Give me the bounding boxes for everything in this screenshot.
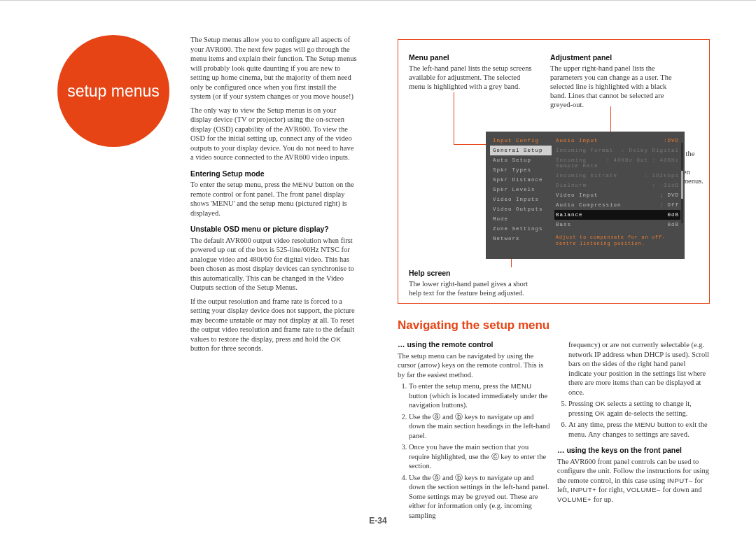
osd-menu-item: Spkr Levels	[490, 185, 552, 195]
osd-setting-row: Incoming bitrate: 192kbps	[554, 171, 680, 181]
nav-remote-p: The setup menu can be navigated by using…	[398, 351, 550, 380]
t: To enter the setup menu, press the	[190, 181, 293, 188]
lower-columns: Navigating the setup menu … using the re…	[398, 321, 710, 330]
callout-help-t: The lower right-hand panel gives a short…	[409, 279, 542, 297]
li3: Once you have the main section that you …	[409, 442, 550, 471]
li1: To enter the setup menu, press the MENU …	[409, 381, 550, 410]
callout-menu-t: The left-hand panel lists the setup scre…	[409, 64, 536, 91]
osd-setting-row: Bass0dB	[554, 220, 680, 230]
callout-adj-h: Adjustment panel	[550, 53, 683, 62]
li4: Use the ⓐ and ⓑ keys to navigate up and …	[409, 473, 550, 521]
heading-unstable: Unstable OSD menu or picture display?	[190, 225, 357, 234]
osd-setting-row: Incoming Sample Rate: 48KHz Out : 48KHz	[554, 155, 680, 171]
unstable-p2: If the output resolution and frame rate …	[190, 297, 357, 353]
leader-line	[454, 92, 454, 144]
osd-menu-item: Input Config	[490, 136, 552, 146]
osd-settings-list: Audio Input:DVDIncoming Format: Dolby Di…	[554, 136, 680, 255]
callout-menu-h: Menu panel	[409, 53, 536, 62]
osd-menu-item: Video Inputs	[490, 195, 552, 204]
osd-menu-item: Spkr Distance	[490, 175, 552, 185]
callout-adj-t: The upper right-hand panel lists the par…	[550, 64, 683, 109]
osd-setting-row: Incoming Format: Dolby Digital	[554, 146, 680, 155]
entering-p1: To enter the setup menu, press the MENU …	[190, 180, 357, 218]
osd-scrollbar	[681, 143, 683, 223]
nav-front-h: … using the keys on the front panel	[557, 446, 710, 456]
osd-menu-item: Mode	[490, 214, 552, 224]
osd-scroll-thumb	[681, 171, 683, 199]
t: If the output resolution and frame rate …	[190, 297, 355, 343]
osd-menu-item: Network	[490, 234, 552, 244]
nav-remote-h: … using the remote control	[398, 340, 550, 350]
title-circle: setup menus	[57, 35, 169, 147]
osd-menu-item: Zone Settings	[490, 224, 552, 234]
osd-menu-item: Video Outputs	[490, 204, 552, 214]
callout-adjustment-panel: Adjustment panel The upper right-hand pa…	[550, 53, 683, 109]
osd-setting-row: Balance0dB	[554, 210, 680, 220]
osd-menu-item: General Setup	[490, 146, 552, 155]
osd-setting-row: Audio Input:DVD	[554, 136, 680, 146]
heading-entering: Entering Setup mode	[190, 169, 357, 179]
osd-menu-list: Input ConfigGeneral SetupAuto SetupSpkr …	[490, 136, 552, 255]
osd-menu-item: Spkr Types	[490, 165, 552, 175]
osd-setting-row: Dialnorm: -31dB	[554, 181, 680, 190]
nav-heading: Navigating the setup menu	[398, 321, 710, 330]
osd-panel: Input ConfigGeneral SetupAuto SetupSpkr …	[486, 132, 685, 259]
intro-p2: The only way to view the Setup menus is …	[190, 106, 357, 162]
callout-help-screen: Help screen The lower right-hand panel g…	[409, 269, 542, 297]
li6: At any time, press the MENU button to ex…	[568, 420, 710, 439]
osd-help-text: Adjust to compensate for an off-centre l…	[554, 232, 680, 249]
page-number: E-34	[0, 516, 756, 526]
title-circle-text: setup menus	[67, 82, 160, 101]
li5: Pressing OK selects a setting to change …	[568, 399, 710, 418]
callout-menu-panel: Menu panel The left-hand panel lists the…	[409, 53, 536, 91]
callout-help-h: Help screen	[409, 269, 542, 278]
osd-setting-row: Video Input: DVD	[554, 190, 680, 200]
ok-key: OK	[331, 335, 342, 343]
top-rule	[0, 0, 756, 1]
left-column: The Setup menus allow you to configure a…	[190, 35, 357, 358]
nav-front-p: The AVR600 front panel controls can be u…	[557, 457, 710, 505]
t: button for three seconds.	[190, 344, 263, 352]
osd-setting-row: Audio Compression: Off	[554, 200, 680, 210]
unstable-p1: The default AVR600 output video resoluti…	[190, 236, 357, 293]
nav-remote-list-cont: Pressing OK selects a setting to change …	[568, 399, 710, 439]
menu-key: MENU	[293, 181, 314, 188]
intro-p1: The Setup menus allow you to configure a…	[190, 35, 357, 101]
nav-remote-cont: frequency) or are not currently selectab…	[568, 340, 710, 397]
li2: Use the ⓐ and ⓑ keys to navigate up and …	[409, 412, 550, 441]
nav-remote-list: To enter the setup menu, press the MENU …	[409, 381, 550, 520]
osd-menu-item: Auto Setup	[490, 155, 552, 165]
